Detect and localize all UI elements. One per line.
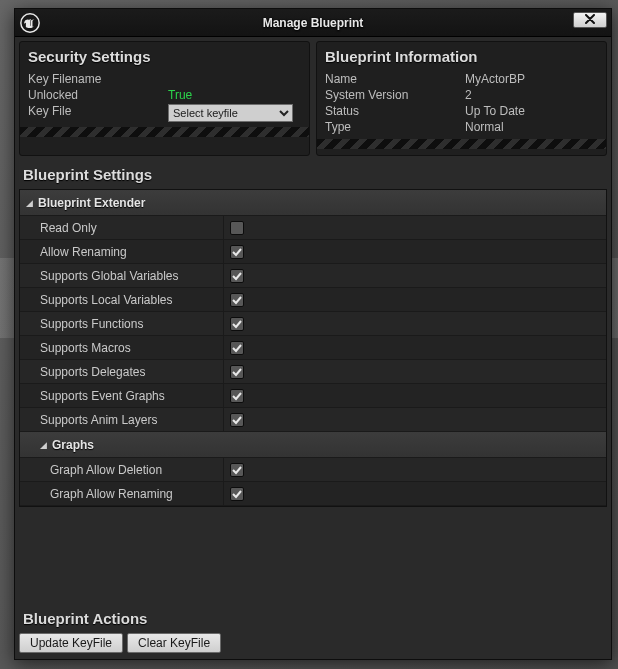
prop-supports-delegates: Supports Delegates xyxy=(20,360,606,384)
bp-sysver-value: 2 xyxy=(465,88,472,102)
checkbox-allow-renaming[interactable] xyxy=(230,245,244,259)
close-icon xyxy=(585,14,595,26)
key-filename-label: Key Filename xyxy=(28,72,168,86)
bp-status-value: Up To Date xyxy=(465,104,525,118)
prop-graph-allow-deletion: Graph Allow Deletion xyxy=(20,458,606,482)
checkbox-supports-global-variables[interactable] xyxy=(230,269,244,283)
unlocked-value: True xyxy=(168,88,192,102)
bp-name-value: MyActorBP xyxy=(465,72,525,86)
checkbox-read-only[interactable] xyxy=(230,221,244,235)
checkbox-supports-macros[interactable] xyxy=(230,341,244,355)
close-button[interactable] xyxy=(573,12,607,28)
key-file-select[interactable]: Select keyfile xyxy=(168,104,293,122)
prop-supports-macros: Supports Macros xyxy=(20,336,606,360)
bp-type-value: Normal xyxy=(465,120,504,134)
bp-sysver-label: System Version xyxy=(325,88,465,102)
bp-status-label: Status xyxy=(325,104,465,118)
security-settings-heading: Security Settings xyxy=(20,42,309,71)
prop-supports-global-variables: Supports Global Variables xyxy=(20,264,606,288)
checkbox-graph-allow-renaming[interactable] xyxy=(230,487,244,501)
titlebar: Manage Blueprint xyxy=(15,9,611,37)
key-file-label: Key File xyxy=(28,104,168,122)
category-graphs[interactable]: ◢ Graphs xyxy=(20,432,606,458)
prop-supports-local-variables: Supports Local Variables xyxy=(20,288,606,312)
checkbox-graph-allow-deletion[interactable] xyxy=(230,463,244,477)
expand-icon: ◢ xyxy=(26,198,38,208)
blueprint-actions-heading: Blueprint Actions xyxy=(15,610,611,633)
checkbox-supports-event-graphs[interactable] xyxy=(230,389,244,403)
expand-icon: ◢ xyxy=(40,440,52,450)
prop-supports-anim-layers: Supports Anim Layers xyxy=(20,408,606,432)
checkbox-supports-functions[interactable] xyxy=(230,317,244,331)
prop-read-only: Read Only xyxy=(20,216,606,240)
blueprint-actions-bar: Update KeyFile Clear KeyFile xyxy=(15,633,611,659)
blueprint-info-heading: Blueprint Information xyxy=(317,42,606,71)
checkbox-supports-anim-layers[interactable] xyxy=(230,413,244,427)
checkbox-supports-delegates[interactable] xyxy=(230,365,244,379)
hatch-divider xyxy=(317,139,606,149)
prop-graph-allow-renaming: Graph Allow Renaming xyxy=(20,482,606,506)
blueprint-info-panel: Blueprint Information NameMyActorBP Syst… xyxy=(316,41,607,156)
blueprint-settings-grid: ◢ Blueprint Extender Read Only Allow Ren… xyxy=(19,189,607,507)
blueprint-settings-heading: Blueprint Settings xyxy=(15,156,611,189)
prop-supports-event-graphs: Supports Event Graphs xyxy=(20,384,606,408)
window-title: Manage Blueprint xyxy=(15,16,611,30)
bp-type-label: Type xyxy=(325,120,465,134)
hatch-divider xyxy=(20,127,309,137)
bp-name-label: Name xyxy=(325,72,465,86)
prop-supports-functions: Supports Functions xyxy=(20,312,606,336)
checkbox-supports-local-variables[interactable] xyxy=(230,293,244,307)
unlocked-label: Unlocked xyxy=(28,88,168,102)
manage-blueprint-window: Manage Blueprint Security Settings Key F… xyxy=(14,8,612,660)
clear-keyfile-button[interactable]: Clear KeyFile xyxy=(127,633,221,653)
update-keyfile-button[interactable]: Update KeyFile xyxy=(19,633,123,653)
unreal-logo-icon xyxy=(19,12,41,34)
prop-allow-renaming: Allow Renaming xyxy=(20,240,606,264)
category-blueprint-extender[interactable]: ◢ Blueprint Extender xyxy=(20,190,606,216)
security-settings-panel: Security Settings Key Filename UnlockedT… xyxy=(19,41,310,156)
